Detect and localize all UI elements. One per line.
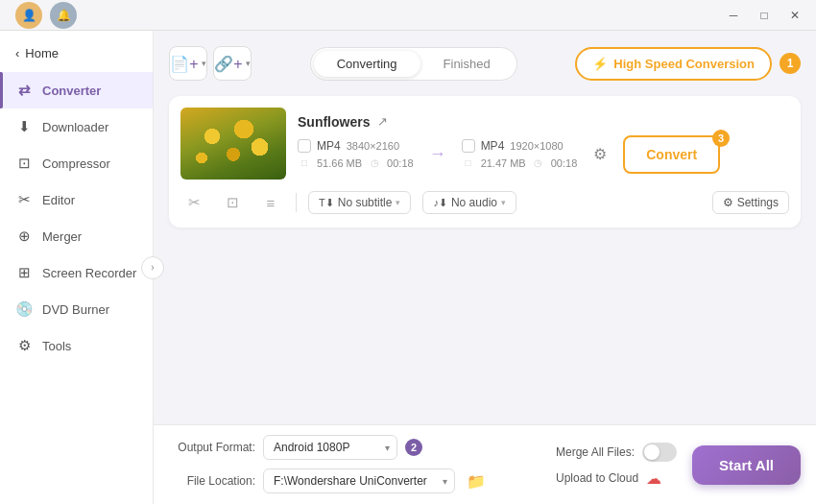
high-speed-section: ⚡ High Speed Conversion 1 (575, 47, 801, 81)
audio-label: No audio (451, 196, 497, 209)
sidebar-item-downloader-label: Downloader (42, 120, 108, 134)
audio-icon: ♪⬇ (433, 197, 447, 209)
add-url-icon: 🔗+ (214, 55, 242, 73)
close-btn[interactable]: ✕ (781, 5, 808, 26)
sidebar-back-home[interactable]: ‹ Home (0, 38, 153, 68)
cut-tool-btn[interactable]: ✂ (180, 189, 207, 216)
sidebar-item-editor[interactable]: ✂ Editor (0, 181, 153, 218)
minimize-btn[interactable]: ─ (720, 5, 747, 26)
add-url-dropdown-arrow: ▾ (246, 59, 251, 68)
file-location-row: File Location: F:\Wondershare UniConvert… (169, 468, 540, 494)
thumbnail-image (180, 108, 286, 180)
bell-icon-btn[interactable]: 🔔 (50, 2, 77, 29)
sidebar-item-compressor-label: Compressor (42, 156, 110, 171)
convert-btn[interactable]: Convert (623, 135, 720, 174)
convert-btn-group: Convert 3 (623, 135, 730, 174)
file-card-tools: ✂ ⊡ ≡ T⬇ No subtitle ▾ ♪⬇ No audio ▾ ⚙ S… (180, 189, 789, 216)
tab-converting[interactable]: Converting (314, 51, 420, 77)
output-format-group: MP4 1920×1080 □ 21.47 MB ◷ (462, 139, 578, 170)
convert-arrow-icon: → (429, 144, 446, 164)
sidebar-item-compressor[interactable]: ⊡ Compressor (0, 145, 153, 181)
tab-group: Converting Finished (310, 47, 517, 81)
card-settings-label: Settings (737, 196, 779, 209)
output-size-item: □ 21.47 MB ◷ 00:18 (462, 156, 578, 170)
audio-select[interactable]: ♪⬇ No audio ▾ (422, 191, 516, 214)
high-speed-label: High Speed Conversion (613, 57, 755, 71)
sidebar-item-screen-recorder[interactable]: ⊞ Screen Recorder (0, 254, 153, 291)
compressor-icon: ⊡ (15, 155, 33, 172)
card-settings-btn[interactable]: ⚙ Settings (712, 191, 789, 214)
source-resolution: 3840×2160 (347, 140, 399, 152)
output-format-item: MP4 1920×1080 (462, 139, 578, 153)
merger-icon: ⊕ (15, 228, 33, 245)
maximize-btn[interactable]: □ (751, 5, 778, 26)
merge-section: Merge All Files: Upload to Cloud ☁ (556, 443, 677, 488)
crop-tool-btn[interactable]: ⊡ (219, 189, 246, 216)
sidebar-collapse-btn[interactable]: › (141, 256, 164, 279)
subtitle-dropdown-arrow: ▾ (396, 198, 400, 207)
start-all-btn[interactable]: Start All (692, 445, 801, 485)
output-format-checkbox[interactable] (462, 139, 475, 153)
file-title-row: Sunflowers ↗ (298, 114, 789, 130)
output-format-row-label: Output Format: (169, 441, 255, 454)
subtitle-select[interactable]: T⬇ No subtitle ▾ (308, 191, 411, 214)
format-badge: 2 (405, 439, 422, 456)
add-file-btn[interactable]: 📄+ ▾ (169, 46, 207, 81)
file-card: Sunflowers ↗ MP4 3840×2160 (169, 96, 801, 228)
effects-tool-btn[interactable]: ≡ (257, 189, 284, 216)
file-location-select-wrapper: F:\Wondershare UniConverter 1... ▾ (263, 468, 455, 493)
file-card-top: Sunflowers ↗ MP4 3840×2160 (180, 108, 789, 180)
sidebar-back-label: Home (25, 46, 59, 60)
source-size-item: □ 51.66 MB ◷ 00:18 (298, 156, 414, 170)
high-speed-badge: 1 (780, 53, 801, 74)
add-file-dropdown-arrow: ▾ (202, 59, 206, 68)
source-format-checkbox[interactable] (298, 139, 311, 153)
output-resolution: 1920×1080 (510, 140, 563, 152)
output-format-row: Output Format: Android 1080P MP4 1080P M… (169, 435, 540, 460)
editor-icon: ✂ (15, 191, 33, 208)
output-format-select-wrapper: Android 1080P MP4 1080P MP4 720P ▾ (263, 435, 397, 460)
back-arrow-icon: ‹ (15, 46, 19, 60)
dvd-burner-icon: 💿 (15, 300, 33, 318)
sidebar-item-dvd-burner[interactable]: 💿 DVD Burner (0, 291, 153, 327)
high-speed-conversion-btn[interactable]: ⚡ High Speed Conversion (575, 47, 772, 81)
add-url-btn[interactable]: 🔗+ ▾ (213, 46, 252, 81)
cloud-upload-icon[interactable]: ☁ (646, 469, 661, 488)
merge-files-row: Merge All Files: (556, 443, 677, 462)
output-size-icon: □ (462, 156, 475, 170)
output-format-select[interactable]: Android 1080P MP4 1080P MP4 720P (263, 435, 397, 460)
bottom-left: Output Format: Android 1080P MP4 1080P M… (169, 435, 540, 494)
merge-files-toggle[interactable] (642, 443, 677, 462)
sidebar-item-editor-label: Editor (42, 193, 75, 207)
main-content: 📄+ ▾ 🔗+ ▾ Converting Finished ⚡ (154, 31, 816, 504)
upload-cloud-row: Upload to Cloud ☁ (556, 469, 677, 488)
sidebar-item-screen-recorder-label: Screen Recorder (42, 266, 136, 280)
upload-cloud-label: Upload to Cloud (556, 471, 638, 485)
source-format-label: MP4 (317, 139, 341, 153)
sidebar-item-converter[interactable]: ⇄ Converter (0, 72, 153, 108)
add-file-icon: 📄+ (170, 55, 198, 73)
sidebar-item-downloader[interactable]: ⬇ Downloader (0, 108, 153, 145)
source-size: 51.66 MB (317, 157, 362, 169)
user-icon-btn[interactable]: 👤 (15, 2, 42, 29)
output-format-label: MP4 (481, 139, 505, 153)
convert-badge: 3 (712, 130, 730, 147)
output-size: 21.47 MB (481, 157, 526, 169)
sidebar-item-merger-label: Merger (42, 229, 82, 244)
card-settings-icon: ⚙ (723, 196, 733, 209)
sidebar-item-tools[interactable]: ⚙ Tools (0, 327, 153, 364)
external-link-icon[interactable]: ↗ (377, 114, 388, 129)
source-duration: 00:18 (387, 157, 414, 169)
source-format-group: MP4 3840×2160 □ 51.66 MB ◷ (298, 139, 414, 170)
file-thumbnail (180, 108, 286, 180)
audio-dropdown-arrow: ▾ (501, 198, 506, 207)
browse-folder-btn[interactable]: 📁 (463, 468, 490, 494)
sidebar-item-converter-label: Converter (42, 84, 101, 98)
file-location-label: File Location: (169, 474, 255, 488)
file-settings-icon-btn[interactable]: ⚙ (585, 139, 615, 170)
file-location-select[interactable]: F:\Wondershare UniConverter 1... (263, 468, 455, 493)
format-row: MP4 3840×2160 □ 51.66 MB ◷ (298, 135, 789, 174)
tab-finished[interactable]: Finished (420, 51, 514, 77)
sidebar-item-merger[interactable]: ⊕ Merger (0, 218, 153, 254)
downloader-icon: ⬇ (15, 118, 33, 135)
